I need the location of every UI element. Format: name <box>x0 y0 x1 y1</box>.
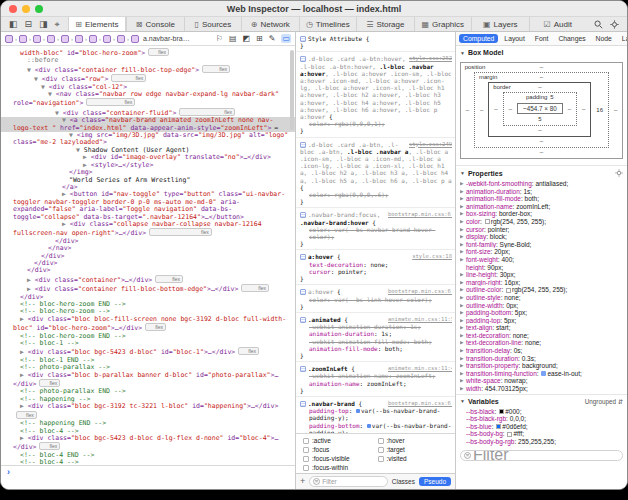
rule-source-link[interactable]: animate.min.css:11:58931 <box>388 316 452 323</box>
dom-tree-row[interactable]: ▶ <div class="container fill-bloc-bottom… <box>1 284 295 293</box>
element-crumb-icon[interactable] <box>131 35 139 43</box>
computed-property-row[interactable]: ▶animation-fill-mode: both; <box>460 195 627 203</box>
dom-tree-row[interactable]: ▶ <button id="nav-toggle" type="button" … <box>1 191 295 221</box>
collapsed-triangle-icon[interactable]: ▶ <box>62 220 70 228</box>
computed-property-row[interactable]: ▶font-family: Syne-Bold; <box>460 241 627 249</box>
color-swatch[interactable] <box>499 409 504 414</box>
minimize-button[interactable] <box>22 5 30 13</box>
computed-property-row[interactable]: ▶-webkit-font-smoothing: antialiased; <box>460 180 627 188</box>
computed-property-row[interactable]: ▶cursor: pointer; <box>460 226 627 234</box>
rule-source-link[interactable]: bootstrap.min.css:6:3687 <box>388 288 452 295</box>
computed-filter-input[interactable]: Filter <box>460 450 623 461</box>
tab-audit[interactable]: ☑Audit <box>529 17 586 31</box>
collapsed-triangle-icon[interactable]: ▶ <box>20 315 28 323</box>
border-left-value[interactable]: – <box>494 106 497 112</box>
layout-flex-badge[interactable]: flex <box>39 442 60 450</box>
dom-tree-row[interactable]: ▶ <div class="bloc bgc-3192 tc-3221 l-bl… <box>1 403 295 420</box>
pseudo-toggle-focus-within[interactable]: :focus-within <box>303 464 374 471</box>
expanded-triangle-icon[interactable]: ▼ <box>48 90 56 98</box>
dock-bottom-icon[interactable]: ⊟ <box>25 19 33 29</box>
margin-right-value[interactable]: 16 <box>596 107 603 113</box>
computed-property-row[interactable]: ▶animation-name: zoomInLeft; <box>460 203 627 211</box>
css-variable-row[interactable]: --bs-black-rgb: 0,0,0; <box>460 415 627 423</box>
collapsed-triangle-icon[interactable]: ▶ <box>20 434 28 442</box>
dom-tree-row[interactable]: ▼ <img src="img/3D.jpg" data-src="img/3D… <box>1 132 295 147</box>
dom-tree-row[interactable]: ::before <box>1 57 295 64</box>
css-declaration[interactable]: -webkit-animation-fill-mode: both; <box>300 338 452 345</box>
css-variable-row[interactable]: --bs-black: #000; <box>460 408 627 416</box>
variables-header[interactable]: ▼ Variables Ungrouped ⇵ <box>456 394 627 407</box>
details-tab-font[interactable]: Font <box>531 34 553 43</box>
dom-tree-row[interactable]: </div> <box>1 238 295 245</box>
dock-side-icon[interactable]: ◧ <box>9 19 18 29</box>
position-bottom-value[interactable]: – <box>540 148 543 157</box>
tab-storage[interactable]: ☰Storage <box>356 17 413 31</box>
search-icon[interactable] <box>594 20 603 29</box>
tab-elements[interactable]: ⊞Elements <box>68 17 126 31</box>
box-model-header[interactable]: ▼ Box Model <box>456 46 627 58</box>
dom-tree-row[interactable]: ▶ <div class="bloc b-parallax banner d-b… <box>1 372 295 389</box>
properties-settings-icon[interactable] <box>615 169 623 177</box>
print-styles-icon[interactable]: ▤ <box>229 34 237 43</box>
rule-selector[interactable]: Style Attribute <box>308 35 362 42</box>
dom-tree-row[interactable]: ▶ <div class="container">…</div>flex <box>1 275 295 284</box>
dom-tree-row[interactable]: "World Series of Arm Wrestling" <box>1 177 295 184</box>
rule-selector[interactable]: .animated <box>308 316 341 323</box>
computed-property-row[interactable]: height: 90px; <box>460 264 627 272</box>
expanded-triangle-icon[interactable]: ▼ <box>27 66 35 74</box>
close-button[interactable] <box>9 5 17 13</box>
content-size-value[interactable]: ~454.7 × 80 <box>517 103 563 114</box>
computed-property-row[interactable]: ▶box-sizing: border-box; <box>460 210 627 218</box>
computed-property-row[interactable]: ▶transition-delay: 0s; <box>460 347 627 355</box>
rule-source-link[interactable]: bootstrap.min.css:6:70478 <box>388 211 452 218</box>
computed-property-row[interactable]: ▶width: 454.703125px; <box>460 385 627 393</box>
css-declaration[interactable]: cursor: pointer; <box>300 268 452 275</box>
element-crumb-icon[interactable] <box>89 35 97 43</box>
computed-property-row[interactable]: ▶font-weight: 400; <box>460 256 627 264</box>
tab-sources[interactable]: ▯Sources <box>184 17 241 31</box>
dom-tree-row[interactable]: ▶ <style>…</style> <box>1 162 295 169</box>
pseudo-toggle-hover[interactable]: :hover <box>378 437 449 444</box>
dom-tree-row[interactable]: ▼ <a class="navbar-brand animated zoomIn… <box>1 117 295 132</box>
rule-selector[interactable]: .navbar-brand <box>308 400 355 407</box>
computed-property-row[interactable]: ▶transition-duration: 0.3s; <box>460 355 627 363</box>
pseudo-toggle-visited[interactable]: :visited <box>378 455 449 462</box>
computed-property-row[interactable]: ▶line-height: 30px; <box>460 271 627 279</box>
computed-property-row[interactable]: ▶text-decoration-line: none; <box>460 339 627 347</box>
quick-console[interactable]: › <box>1 465 295 478</box>
pseudo-button[interactable]: Pseudo <box>419 477 451 486</box>
css-variable-row[interactable]: --bs-body-bg: #fff; <box>460 430 627 438</box>
margin-top-value[interactable]: – <box>540 73 543 82</box>
css-declaration[interactable]: padding-bottom: var(--bs-navbar-brand-pa… <box>300 422 452 433</box>
add-rule-button[interactable]: + <box>300 477 305 486</box>
element-crumb-icon[interactable] <box>117 35 125 43</box>
dom-scrollbar[interactable] <box>290 50 294 130</box>
element-crumb-icon[interactable] <box>5 35 13 43</box>
rule-selector[interactable]: a:hover <box>308 288 333 295</box>
css-declaration[interactable]: -webkit-animation-name: zoomInLeft; <box>300 372 452 379</box>
color-swatch[interactable] <box>485 219 490 224</box>
details-tab-node[interactable]: Node <box>592 34 616 43</box>
tab-network[interactable]: ⊕Network <box>241 17 298 31</box>
computed-property-row[interactable]: ▶padding-bottom: 5px; <box>460 309 627 317</box>
element-crumb-icon[interactable] <box>61 35 69 43</box>
classes-button[interactable]: Classes <box>392 478 415 485</box>
layout-flex-badge[interactable]: flex <box>202 65 230 73</box>
computed-property-row[interactable]: ▶display: block; <box>460 233 627 241</box>
layout-flex-badge[interactable]: flex <box>111 74 146 82</box>
padding-left-value[interactable]: – <box>509 106 512 112</box>
css-declaration[interactable]: animation-fill-mode: both; <box>300 345 452 352</box>
pseudo-toggle-active[interactable]: :active <box>303 437 374 444</box>
pseudo-toggle-focus-visible[interactable]: :focus-visible <box>303 455 374 462</box>
css-declaration[interactable]: color: rgba(0,0,0,1); <box>300 120 452 127</box>
computed-property-row[interactable]: ▶outline-width: 0px; <box>460 302 627 310</box>
rule-selector[interactable]: a:hover <box>308 253 333 260</box>
element-crumb-icon[interactable] <box>33 35 41 43</box>
collapsed-triangle-icon[interactable]: ▶ <box>27 276 35 284</box>
rule-selector[interactable]: .zoomInLeft <box>308 365 348 372</box>
margin-bottom-value[interactable]: – <box>540 137 543 146</box>
computed-property-row[interactable]: ▶margin-right: 16px; <box>460 279 627 287</box>
computed-property-row[interactable]: ▶outline-color: rgb(254, 255, 255); <box>460 286 627 294</box>
flag-icon[interactable]: ⚐ <box>216 34 223 43</box>
rule-selector[interactable]: .l-bloc .navbar a <box>347 148 408 155</box>
